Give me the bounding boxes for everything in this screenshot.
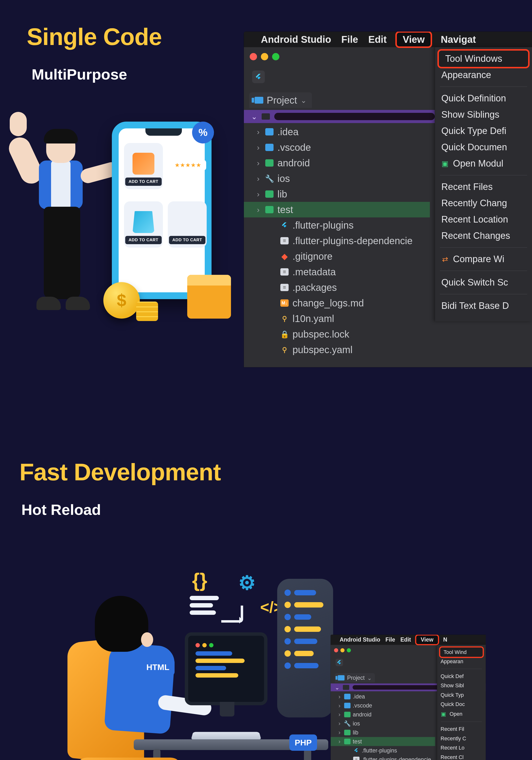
folder-icon [344,712,350,717]
view-menu-item[interactable]: Tool Wind [440,647,483,657]
view-menu-item[interactable]: Quick Def [437,672,486,681]
view-menu-dropdown: Tool WindowsAppearanceQuick DefinitionSh… [435,47,532,321]
view-menu-item[interactable]: ▣Open [437,709,486,719]
file-row[interactable]: ⚲l10n.yaml [244,311,430,326]
menu-navigate[interactable]: N [443,637,447,643]
view-menu-item[interactable]: Recent Cl [437,752,486,760]
view-menu-item[interactable]: Appearance [435,67,532,83]
menu-view[interactable]: View [416,636,438,644]
folder-row[interactable]: ›.vscode [331,701,435,710]
view-menu-item[interactable]: Tool Windows [439,51,528,67]
folder-icon [265,159,274,166]
file-tree: ›.idea›.vscode›android›🔧ios›lib›test.flu… [244,124,430,367]
view-menu-item[interactable]: Recent Location [435,211,532,228]
view-menu-item[interactable]: Recent Fil [437,725,486,734]
view-menu-item[interactable]: Show Siblings [435,107,532,123]
view-menu-item[interactable]: Quick Typ [437,690,486,700]
file-row[interactable]: ◆.gitignore [244,249,430,264]
folder-row[interactable]: ›android [244,155,430,171]
menu-item-label: Recent Cl [441,754,464,760]
menu-edit[interactable]: Edit [368,34,387,45]
add-to-cart-button[interactable]: ADD TO CART [125,177,162,186]
folder-row[interactable]: ›android [331,710,435,719]
view-menu-item[interactable]: ⇄Compare Wi [435,251,532,267]
maximize-button[interactable] [272,53,279,60]
view-menu-item[interactable]: Appearan [437,657,486,666]
close-button[interactable] [250,53,257,60]
tree-item-label: change_logs.md [292,298,364,309]
flutter-icon[interactable] [335,659,343,666]
file-tree: ›.idea›.vscode›android›🔧ios›lib›test.flu… [331,692,435,760]
folder-row[interactable]: ›test [331,737,435,746]
view-menu-item[interactable]: Quick Definition [435,90,532,107]
folder-icon [344,703,350,708]
maximize-button[interactable] [347,648,351,652]
php-tag: PHP [289,735,317,751]
view-menu-item[interactable]: Quick Doc [437,700,486,709]
tree-item-label: .idea [353,693,365,700]
view-menu-item[interactable]: Recent Files [435,179,532,195]
file-row[interactable]: ⚲pubspec.yaml [244,342,430,357]
folder-row[interactable]: ›.idea [244,124,430,140]
view-menu-item[interactable]: Quick Documen [435,139,532,155]
module-icon: ▣ [441,711,446,717]
flutter-icon [280,221,288,229]
file-row[interactable]: ≡.flutter-plugins-dependencie [331,755,435,760]
file-row[interactable]: ≡.packages [244,280,430,295]
product-card: ADD TO CART [168,201,207,248]
add-to-cart-button[interactable]: ADD TO CART [125,236,162,244]
add-to-cart-button[interactable]: ADD TO CART [169,236,205,244]
file-row[interactable]: .flutter-plugins [244,217,430,233]
menu-navigate[interactable]: Navigat [441,34,476,45]
tree-item-label: android [353,711,372,718]
yaml-icon: ⚲ [280,315,288,322]
flutter-icon[interactable] [252,71,265,83]
menu-item-label: Recent Location [441,214,508,225]
minimize-button[interactable] [261,53,268,60]
chevron-right-icon: › [255,174,261,183]
tree-item-label: test [278,204,293,215]
developer-body [104,642,176,734]
menu-item-label: Quick Type Defi [441,126,507,136]
menu-file[interactable]: File [385,637,395,643]
view-menu-item[interactable]: Recent Lo [437,743,486,753]
folder-icon [344,694,350,699]
view-menu-item[interactable]: Recently Chang [435,195,532,211]
file-row[interactable]: ≡.metadata [244,264,430,280]
view-menu-item[interactable]: Show Sibl [437,681,486,690]
side-panel [277,579,333,717]
folder-icon [265,144,274,151]
folder-row[interactable]: ›.vscode [244,140,430,155]
file-row[interactable]: M↓change_logs.md [244,295,430,311]
view-menu-item[interactable]: ▣Open Modul [435,155,532,172]
view-menu-item[interactable]: Recent Changes [435,228,532,244]
product-card: ADD TO CART [124,143,163,189]
folder-row[interactable]: ›🔧ios [331,719,435,728]
folder-row[interactable]: ›🔧ios [244,171,430,186]
view-menu-item[interactable]: Bidi Text Base D [435,298,532,314]
file-row[interactable]: 🔒pubspec.lock [244,326,430,342]
chevron-right-icon: › [337,702,342,709]
folder-icon [265,128,274,135]
chevron-right-icon: › [255,143,261,152]
close-button[interactable] [334,648,338,652]
minimize-button[interactable] [340,648,344,652]
phone-mockup: % ADD TO CART ★★★★★ ADD TO CART ADD TO C… [112,121,211,299]
folder-row[interactable]: ›test [244,202,430,217]
view-menu-item[interactable]: Quick Type Defi [435,123,532,139]
menu-view[interactable]: View [397,32,430,46]
menu-edit[interactable]: Edit [400,637,411,643]
project-tab[interactable]: Project ⌄ [335,673,375,683]
view-menu-item[interactable]: Recently C [437,734,486,743]
tree-item-label: pubspec.lock [292,329,349,340]
file-row[interactable]: ≡.flutter-plugins-dependencie [244,233,430,249]
tree-item-label: android [278,158,310,168]
folder-icon [344,738,350,744]
project-tab[interactable]: Project ⌄ [249,92,312,108]
folder-row[interactable]: ›lib [331,728,435,737]
folder-row[interactable]: ›lib [244,186,430,202]
menu-file[interactable]: File [341,34,358,45]
view-menu-item[interactable]: Quick Switch Sc [435,274,532,291]
folder-row[interactable]: ›.idea [331,692,435,701]
file-row[interactable]: .flutter-plugins [331,746,435,755]
